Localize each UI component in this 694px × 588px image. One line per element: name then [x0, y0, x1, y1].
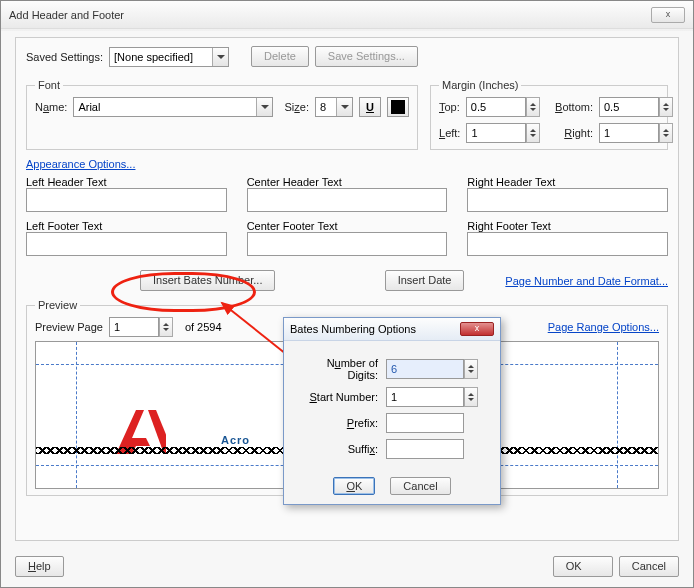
insert-bates-number-button[interactable]: Insert Bates Number...: [140, 270, 275, 291]
spinner-icon[interactable]: [159, 317, 173, 337]
margin-right-input[interactable]: [599, 123, 659, 143]
start-input[interactable]: [386, 387, 464, 407]
saved-settings-label: Saved Settings:: [26, 51, 103, 63]
margin-bottom-label: Bottom:: [555, 101, 593, 113]
font-size-combo[interactable]: [315, 97, 353, 117]
right-header-input[interactable]: [467, 188, 668, 212]
margin-bottom-input[interactable]: [599, 97, 659, 117]
preview-total: of 2594: [185, 321, 222, 333]
suffix-label: Suffix:: [294, 443, 386, 455]
center-footer-input[interactable]: [247, 232, 448, 256]
page-number-date-format-link[interactable]: Page Number and Date Format...: [505, 275, 668, 287]
start-label: Start Number:: [294, 391, 386, 403]
margin-top-input[interactable]: [466, 97, 526, 117]
saved-settings-value[interactable]: [109, 47, 229, 67]
left-header-input[interactable]: [26, 188, 227, 212]
close-icon[interactable]: x: [651, 7, 685, 23]
preview-legend: Preview: [35, 299, 80, 311]
ok-button[interactable]: OK: [553, 556, 613, 577]
center-header-input[interactable]: [247, 188, 448, 212]
font-name-label: Name:: [35, 101, 67, 113]
margin-right-label: Right:: [564, 127, 593, 139]
modal-title: Bates Numbering Options: [290, 323, 460, 335]
saved-settings-combo[interactable]: [109, 47, 229, 67]
margin-top-label: Top:: [439, 101, 460, 113]
prefix-input[interactable]: [386, 413, 464, 433]
underline-icon[interactable]: U: [359, 97, 381, 117]
font-size-label: Size:: [285, 101, 309, 113]
dialog-footer: Help OK Cancel: [15, 556, 679, 577]
insert-date-button[interactable]: Insert Date: [385, 270, 465, 291]
margin-left-label: Left:: [439, 127, 460, 139]
center-footer-label: Center Footer Text: [247, 220, 448, 232]
font-name-value[interactable]: [73, 97, 272, 117]
margin-left-input[interactable]: [466, 123, 526, 143]
titlebar: Add Header and Footer x: [1, 1, 693, 29]
spinner-icon[interactable]: [659, 123, 673, 143]
chevron-down-icon[interactable]: [256, 98, 272, 116]
margin-legend: Margin (Inches): [439, 79, 521, 91]
cancel-button[interactable]: Cancel: [619, 556, 679, 577]
font-name-combo[interactable]: [73, 97, 272, 117]
left-header-label: Left Header Text: [26, 176, 227, 188]
adobe-logo-icon: [116, 410, 166, 463]
bates-numbering-options-dialog: Bates Numbering Options x Number of Digi…: [283, 317, 501, 505]
page-range-options-link[interactable]: Page Range Options...: [548, 321, 659, 333]
delete-button[interactable]: Delete: [251, 46, 309, 67]
spinner-icon[interactable]: [526, 123, 540, 143]
right-header-label: Right Header Text: [467, 176, 668, 188]
spinner-icon[interactable]: [464, 387, 478, 407]
close-icon[interactable]: x: [460, 322, 494, 336]
modal-titlebar: Bates Numbering Options x: [284, 318, 500, 341]
center-header-label: Center Header Text: [247, 176, 448, 188]
digits-label: Number of Digits:: [294, 357, 386, 381]
suffix-input[interactable]: [386, 439, 464, 459]
font-legend: Font: [35, 79, 63, 91]
left-footer-input[interactable]: [26, 232, 227, 256]
spinner-icon[interactable]: [464, 359, 478, 379]
right-footer-label: Right Footer Text: [467, 220, 668, 232]
dialog-add-header-footer: Add Header and Footer x Saved Settings: …: [0, 0, 694, 588]
window-title: Add Header and Footer: [9, 9, 651, 21]
left-footer-label: Left Footer Text: [26, 220, 227, 232]
preview-page-input[interactable]: [109, 317, 159, 337]
modal-ok-button[interactable]: OK: [333, 477, 375, 495]
save-settings-button[interactable]: Save Settings...: [315, 46, 418, 67]
prefix-label: Prefix:: [294, 417, 386, 429]
right-footer-input[interactable]: [467, 232, 668, 256]
preview-page-label: Preview Page: [35, 321, 103, 333]
modal-cancel-button[interactable]: Cancel: [390, 477, 450, 495]
font-color-icon[interactable]: [387, 97, 409, 117]
spinner-icon[interactable]: [659, 97, 673, 117]
chevron-down-icon[interactable]: [336, 98, 352, 116]
chevron-down-icon[interactable]: [212, 48, 228, 66]
spinner-icon[interactable]: [526, 97, 540, 117]
appearance-options-link[interactable]: Appearance Options...: [26, 158, 668, 170]
help-button[interactable]: Help: [15, 556, 64, 577]
digits-input[interactable]: [386, 359, 464, 379]
